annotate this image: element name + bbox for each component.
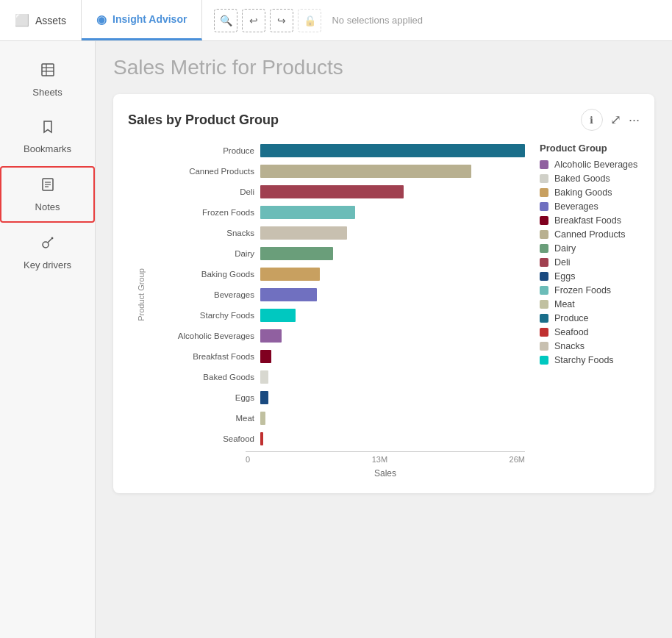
bar-row: Eggs [165, 390, 525, 406]
bar-row: Meat [165, 410, 525, 426]
bar-label: Starchy Foods [165, 311, 260, 320]
bar-label: Beverages [165, 290, 260, 299]
x-tick-2: 26M [510, 455, 525, 464]
legend-item-label: Produce [554, 313, 589, 323]
bar-track [260, 309, 525, 322]
bar-row: Deli [165, 184, 525, 200]
legend-item-label: Alcoholic Beverages [554, 160, 637, 170]
legend-item-label: Baked Goods [554, 173, 610, 184]
bar-row: Baked Goods [165, 369, 525, 385]
bar-label: Meat [165, 414, 260, 423]
legend-color-swatch [540, 314, 548, 323]
sidebar-item-bookmarks[interactable]: Bookmarks [0, 110, 95, 163]
legend-item: Eggs [540, 271, 672, 282]
chart-actions: ℹ ⤢ ··· [581, 109, 640, 131]
legend-color-swatch [540, 342, 548, 351]
nav-actions: 🔍 ↩ ↪ 🔒 No selections applied [202, 9, 435, 32]
info-button[interactable]: ℹ [581, 109, 603, 131]
bar-label: Snacks [165, 229, 260, 237]
sidebar-item-sheets-label: Sheets [32, 87, 62, 98]
top-nav: ⬜ Assets ◉ Insight Advisor 🔍 ↩ ↪ 🔒 No se… [0, 0, 672, 41]
legend-item: Dairy [540, 243, 672, 254]
legend-title: Product Group [540, 143, 672, 154]
legend-color-swatch [540, 356, 548, 365]
redo-action-btn[interactable]: ↪ [270, 9, 293, 32]
undo-action-btn[interactable]: ↩ [242, 9, 265, 32]
bar-fill [260, 350, 271, 363]
bar-row: Dairy [165, 245, 525, 262]
expand-button[interactable]: ⤢ [610, 112, 621, 128]
bar-track [260, 350, 525, 363]
legend-item: Alcoholic Beverages [540, 160, 672, 170]
bar-fill [260, 370, 268, 384]
bar-row: Seafood [165, 431, 525, 447]
bar-chart-area: Product Group ProduceCanned ProductsDeli… [128, 143, 525, 478]
legend-item: Baking Goods [540, 187, 672, 198]
legend-color-swatch [540, 272, 548, 281]
legend-item-label: Canned Products [554, 229, 626, 240]
bar-label: Dairy [165, 249, 260, 258]
bars-container: ProduceCanned ProductsDeliFrozen FoodsSn… [165, 143, 525, 447]
key-drivers-icon [40, 234, 56, 255]
bar-fill [260, 309, 296, 322]
legend-item: Frozen Foods [540, 285, 672, 295]
bar-fill [260, 247, 333, 260]
bar-fill [260, 412, 265, 425]
sidebar-item-sheets[interactable]: Sheets [0, 53, 95, 107]
x-axis: 0 13M 26M [246, 451, 525, 464]
assets-tab[interactable]: ⬜ Assets [0, 0, 82, 40]
x-tick-1: 13M [372, 455, 387, 464]
bar-label: Seafood [165, 434, 260, 443]
legend-item-label: Dairy [554, 243, 576, 254]
chart-header: Sales by Product Group ℹ ⤢ ··· [128, 109, 640, 131]
bar-label: Eggs [165, 393, 260, 402]
bar-fill [260, 432, 263, 445]
bar-label: Breakfast Foods [165, 352, 260, 361]
legend-item: Starchy Foods [540, 355, 672, 365]
legend-item-label: Deli [554, 257, 571, 268]
legend-item: Baked Goods [540, 173, 672, 184]
redo-icon: ↪ [277, 15, 286, 26]
lock-action-btn[interactable]: 🔒 [298, 9, 321, 32]
bar-track [260, 391, 525, 404]
no-selections-label: No selections applied [326, 15, 423, 26]
legend-items: Alcoholic BeveragesBaked GoodsBaking Goo… [540, 160, 672, 365]
bar-row: Starchy Foods [165, 307, 525, 323]
svg-rect-0 [42, 64, 54, 76]
sidebar-item-bookmarks-label: Bookmarks [24, 143, 71, 154]
bar-fill [260, 268, 320, 281]
bar-row: Alcoholic Beverages [165, 328, 525, 344]
y-axis-label: Product Group [137, 268, 146, 321]
assets-label: Assets [35, 15, 66, 26]
search-action-btn[interactable]: 🔍 [214, 9, 237, 32]
x-tick-0: 0 [246, 455, 250, 464]
sidebar: Sheets Bookmarks Notes [0, 41, 96, 638]
bar-label: Baked Goods [165, 373, 260, 381]
legend-item: Produce [540, 313, 672, 323]
sidebar-item-key-drivers[interactable]: Key drivers [0, 226, 95, 279]
bar-label: Produce [165, 146, 260, 155]
bar-fill [260, 391, 268, 404]
undo-icon: ↩ [249, 15, 258, 26]
legend-item: Meat [540, 299, 672, 309]
bar-label: Alcoholic Beverages [165, 331, 260, 340]
legend-item-label: Seafood [554, 327, 589, 337]
chart-card: Sales by Product Group ℹ ⤢ ··· Product G… [113, 94, 654, 493]
legend-color-swatch [540, 188, 548, 197]
chart-body: Product Group ProduceCanned ProductsDeli… [128, 143, 640, 478]
legend-item-label: Beverages [554, 201, 598, 212]
more-options-button[interactable]: ··· [629, 112, 640, 128]
search-icon: 🔍 [220, 15, 232, 26]
bar-label: Frozen Foods [165, 208, 260, 217]
bar-row: Snacks [165, 225, 525, 241]
legend-item-label: Frozen Foods [554, 285, 611, 295]
main-layout: Sheets Bookmarks Notes [0, 41, 672, 638]
legend-item-label: Starchy Foods [554, 355, 614, 365]
bar-track [260, 329, 525, 343]
legend-color-swatch [540, 328, 548, 337]
bar-track [260, 432, 525, 445]
sidebar-item-notes-label: Notes [35, 201, 60, 212]
sidebar-item-notes[interactable]: Notes [0, 166, 95, 223]
insight-advisor-tab[interactable]: ◉ Insight Advisor [82, 0, 202, 40]
bar-row: Canned Products [165, 163, 525, 179]
